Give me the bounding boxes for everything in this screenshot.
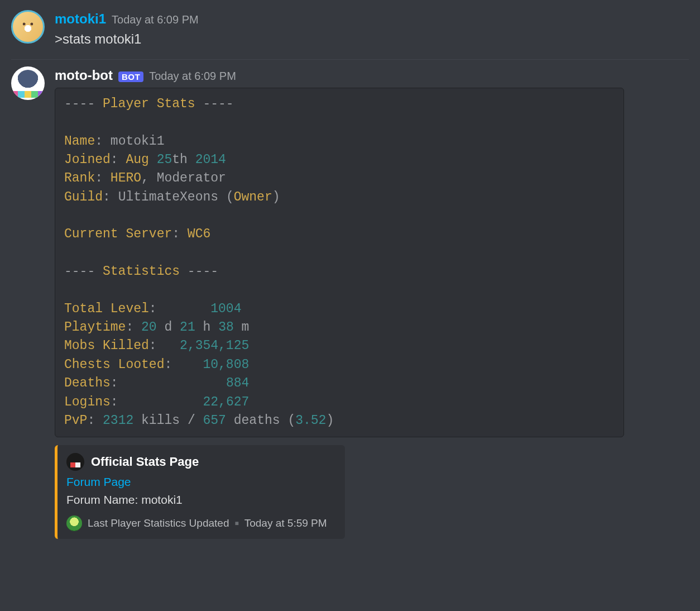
stats-embed: Official Stats Page Forum Page Forum Nam… xyxy=(55,445,345,539)
user-message: motoki1 Today at 6:09 PM >stats motoki1 xyxy=(0,0,700,51)
message-text: >stats motoki1 xyxy=(55,29,689,49)
embed-footer-text: Last Player Statistics Updated xyxy=(88,517,229,529)
embed-footer-timestamp: Today at 5:59 PM xyxy=(244,517,327,529)
avatar[interactable] xyxy=(11,66,45,100)
username[interactable]: moto-bot xyxy=(55,68,113,83)
embed-author-icon xyxy=(66,453,84,471)
message-timestamp: Today at 6:09 PM xyxy=(112,13,199,26)
bot-badge: BOT xyxy=(118,71,143,82)
embed-footer-icon xyxy=(66,515,82,531)
forum-page-link[interactable]: Forum Page xyxy=(66,475,335,489)
avatar[interactable] xyxy=(11,10,45,44)
embed-title[interactable]: Official Stats Page xyxy=(91,455,199,469)
dot-separator-icon: ■ xyxy=(234,519,238,527)
stats-codeblock[interactable]: ---- ---- Player Stats ----Player Stats … xyxy=(55,88,624,437)
message-timestamp: Today at 6:09 PM xyxy=(149,70,236,83)
username[interactable]: motoki1 xyxy=(55,11,106,27)
bot-message: moto-bot BOT Today at 6:09 PM ---- ---- … xyxy=(0,60,700,541)
embed-description: Forum Name: motoki1 xyxy=(66,493,335,507)
